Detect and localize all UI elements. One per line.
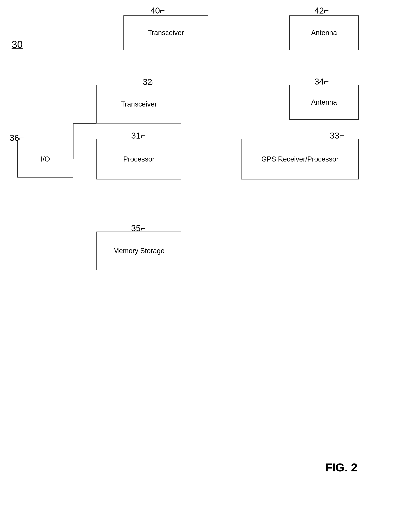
transceiver-mid-label: Transceiver (121, 100, 157, 108)
processor-label: Processor (123, 155, 155, 163)
ref-42: 42⌐ (314, 6, 329, 15)
antenna-top-box: Antenna (289, 15, 359, 50)
diagram-container: Transceiver 40⌐ Antenna 42⌐ Transceiver … (0, 0, 396, 532)
ref-33: 33⌐ (330, 131, 344, 140)
transceiver-mid-box: Transceiver (96, 85, 181, 123)
ref-34: 34⌐ (314, 77, 329, 87)
ref-31: 31⌐ (131, 131, 146, 140)
antenna-mid-label: Antenna (311, 98, 337, 106)
gps-box: GPS Receiver/Processor (241, 139, 359, 180)
transceiver-top-label: Transceiver (148, 29, 184, 37)
ref-30: 30 (12, 39, 23, 50)
ref-40: 40⌐ (151, 6, 165, 15)
ref-36: 36⌐ (10, 133, 24, 143)
figure-label: FIG. 2 (325, 461, 357, 474)
connection-lines (0, 0, 396, 532)
memory-box: Memory Storage (96, 232, 181, 270)
antenna-top-label: Antenna (311, 29, 337, 37)
antenna-mid-box: Antenna (289, 85, 359, 120)
memory-label: Memory Storage (113, 247, 164, 255)
io-label: I/O (41, 155, 50, 163)
ref-32: 32⌐ (143, 77, 157, 87)
ref-35: 35⌐ (131, 223, 146, 233)
io-box: I/O (17, 141, 73, 177)
transceiver-top-box: Transceiver (123, 15, 208, 50)
gps-label: GPS Receiver/Processor (261, 155, 338, 163)
processor-box: Processor (96, 139, 181, 180)
